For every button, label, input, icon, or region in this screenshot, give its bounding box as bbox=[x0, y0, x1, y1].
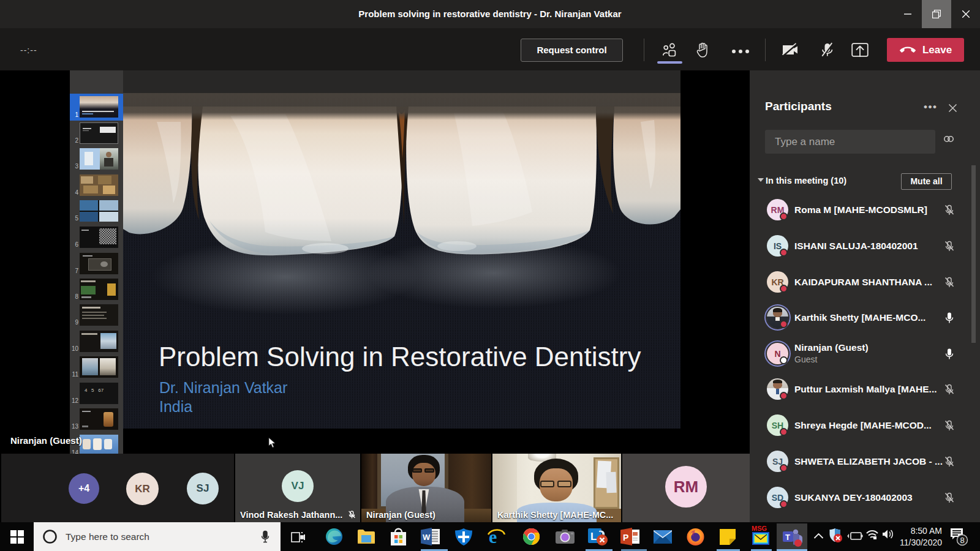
svg-text:T: T bbox=[785, 533, 790, 542]
svg-text:P: P bbox=[623, 533, 628, 542]
svg-text:L: L bbox=[590, 531, 597, 542]
svg-text:India: India bbox=[159, 398, 192, 415]
svg-text:Dr. Niranjan Vatkar: Dr. Niranjan Vatkar bbox=[159, 379, 287, 396]
svg-text:Problem Solving in Restorative: Problem Solving in Restorative Dentistry bbox=[159, 342, 641, 372]
svg-text:MSG: MSG bbox=[752, 525, 767, 532]
svg-text:W: W bbox=[423, 533, 431, 542]
svg-text:8: 8 bbox=[960, 536, 965, 545]
